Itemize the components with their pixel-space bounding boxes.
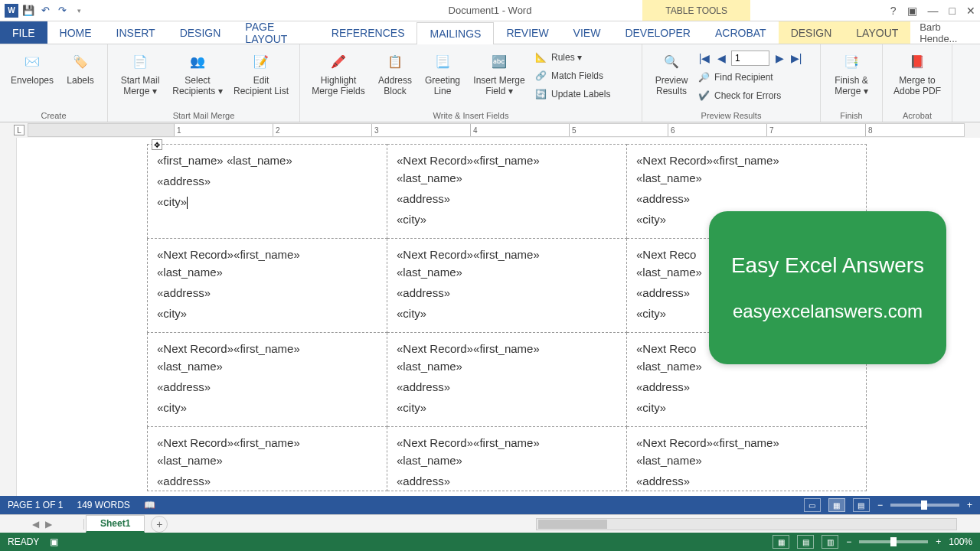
label-cell[interactable]: «Next Record»«first_name» «last_name» «a… xyxy=(148,239,387,333)
label-cell[interactable]: «Next Record»«first_name» «last_name» «a… xyxy=(387,333,627,427)
group-acrobat: 📕Merge to Adobe PDF Acrobat xyxy=(883,44,952,122)
read-mode-button[interactable]: ▭ xyxy=(804,498,821,512)
label-cell[interactable]: «Next Record»«first_name» «last_name» «a… xyxy=(387,427,627,491)
normal-view-button[interactable]: ▦ xyxy=(773,535,789,549)
page-break-view-button[interactable]: ▥ xyxy=(822,535,838,549)
edit-recipient-list-button[interactable]: 📝Edit Recipient List xyxy=(230,47,292,97)
label-cell[interactable]: «Next Record»«first_name» «last_name» «a… xyxy=(148,427,387,491)
group-label: Acrobat xyxy=(903,109,932,120)
merge-field: «address» xyxy=(157,473,377,489)
zoom-slider[interactable] xyxy=(859,540,928,543)
merge-field: «last_name» xyxy=(397,264,617,280)
tab-table-design[interactable]: DESIGN xyxy=(779,21,844,44)
tab-developer[interactable]: DEVELOPER xyxy=(612,21,703,44)
undo-icon[interactable]: ↶ xyxy=(38,4,52,18)
zoom-in-button[interactable]: + xyxy=(967,500,972,510)
vertical-ruler[interactable] xyxy=(0,138,17,496)
qat-customize-icon[interactable]: ▾ xyxy=(72,4,86,18)
save-icon[interactable]: 💾 xyxy=(21,4,35,18)
tab-home[interactable]: HOME xyxy=(47,21,104,44)
tab-acrobat[interactable]: ACROBAT xyxy=(703,21,779,44)
zoom-in-button[interactable]: + xyxy=(936,536,941,547)
greeting-line-button[interactable]: 📃Greeting Line xyxy=(421,47,464,97)
tab-mailings[interactable]: MAILINGS xyxy=(416,22,494,44)
merge-field: «city» xyxy=(397,399,617,416)
envelopes-button[interactable]: ✉️Envelopes xyxy=(8,47,57,86)
next-record-button[interactable]: ▶ xyxy=(773,51,786,65)
find-recipient-button[interactable]: 🔎Find Recipient xyxy=(697,69,812,86)
rules-button[interactable]: 📐Rules ▾ xyxy=(534,49,634,66)
address-block-button[interactable]: 📋Address Block xyxy=(374,47,416,97)
new-sheet-button[interactable]: + xyxy=(151,516,168,533)
merge-field: «Next Record»«first_name» xyxy=(397,152,617,168)
merge-field: «last_name» xyxy=(397,452,617,468)
insert-merge-field-button[interactable]: 🔤Insert Merge Field ▾ xyxy=(469,47,530,97)
tab-references[interactable]: REFERENCES xyxy=(319,21,417,44)
help-icon[interactable]: ? xyxy=(890,5,897,17)
contextual-tab-label: TABLE TOOLS xyxy=(642,0,750,21)
redo-icon[interactable]: ↷ xyxy=(55,4,69,18)
badge-title: Easy Excel Answers xyxy=(731,253,924,278)
tab-insert[interactable]: INSERT xyxy=(104,21,168,44)
sheet-tab[interactable]: Sheet1 xyxy=(86,515,145,533)
tab-review[interactable]: REVIEW xyxy=(494,21,560,44)
word-status-bar: PAGE 1 OF 1 149 WORDS 📖 ▭ ▦ ▤ − + xyxy=(0,496,980,514)
account-name[interactable]: Barb Hende... xyxy=(910,21,980,44)
close-icon[interactable]: ✕ xyxy=(966,5,975,17)
preview-results-button[interactable]: 🔍Preview Results xyxy=(650,47,693,97)
first-record-button[interactable]: |◀ xyxy=(697,51,711,65)
tab-table-layout[interactable]: LAYOUT xyxy=(844,21,910,44)
label-cell[interactable]: «Next Record»«first_name» «last_name» «a… xyxy=(387,239,627,333)
label-cell[interactable]: «Next Record»«first_name» «last_name» «a… xyxy=(387,145,627,239)
sheet-scroll-buttons[interactable]: ◀▶ xyxy=(0,519,84,530)
minimize-icon[interactable]: — xyxy=(928,5,939,17)
merge-field: «city» xyxy=(157,194,377,210)
macro-record-icon[interactable]: ▣ xyxy=(50,536,58,547)
horizontal-ruler[interactable]: 123 456 78 xyxy=(28,123,965,137)
label-cell[interactable]: «Next Record»«first_name» «last_name» «a… xyxy=(148,333,387,427)
start-mail-merge-button[interactable]: 📄Start Mail Merge ▾ xyxy=(116,47,165,97)
labels-icon: 🏷️ xyxy=(68,49,93,73)
web-layout-button[interactable]: ▤ xyxy=(853,498,870,512)
merge-to-pdf-button[interactable]: 📕Merge to Adobe PDF xyxy=(890,47,944,97)
quick-access-toolbar: W 💾 ↶ ↷ ▾ xyxy=(0,4,86,18)
update-labels-button[interactable]: 🔄Update Labels xyxy=(534,86,634,103)
tab-design[interactable]: DESIGN xyxy=(168,21,234,44)
tab-file[interactable]: FILE xyxy=(0,21,47,44)
address-icon: 📋 xyxy=(383,49,407,73)
excel-status-bar: READY ▣ ▦ ▤ ▥ − + 100% xyxy=(0,533,980,551)
tab-view[interactable]: VIEW xyxy=(561,21,613,44)
spellcheck-icon[interactable]: 📖 xyxy=(144,500,155,510)
record-number-input[interactable] xyxy=(731,51,769,66)
last-record-button[interactable]: ▶| xyxy=(789,51,803,65)
zoom-slider[interactable] xyxy=(890,504,959,507)
highlight-merge-fields-button[interactable]: 🖍️Highlight Merge Fields xyxy=(308,47,369,97)
print-layout-button[interactable]: ▦ xyxy=(828,498,845,512)
merge-field: «address» xyxy=(636,473,857,489)
match-fields-button[interactable]: 🔗Match Fields xyxy=(534,67,634,84)
maximize-icon[interactable]: □ xyxy=(949,5,956,17)
finish-merge-button[interactable]: 📑Finish & Merge ▾ xyxy=(828,47,874,97)
page-layout-view-button[interactable]: ▤ xyxy=(797,535,814,549)
table-move-handle[interactable]: ✥ xyxy=(152,139,162,150)
merge-field: «last_name» xyxy=(397,170,617,186)
tab-selector[interactable]: L xyxy=(14,125,24,135)
merge-field: «address» xyxy=(157,285,377,301)
page-indicator[interactable]: PAGE 1 OF 1 xyxy=(8,500,63,510)
merge-field: «address» xyxy=(636,191,857,207)
merge-field: «address» xyxy=(157,173,377,189)
check-errors-button[interactable]: ✔️Check for Errors xyxy=(697,87,812,104)
label-cell[interactable]: «Next Record»«first_name» «last_name» «a… xyxy=(627,427,867,491)
select-recipients-button[interactable]: 👥Select Recipients ▾ xyxy=(169,47,226,97)
zoom-out-button[interactable]: − xyxy=(877,500,883,510)
horizontal-scrollbar[interactable] xyxy=(536,518,957,530)
tab-page-layout[interactable]: PAGE LAYOUT xyxy=(233,21,318,44)
prev-record-button[interactable]: ◀ xyxy=(714,51,728,65)
zoom-level[interactable]: 100% xyxy=(949,536,972,547)
ribbon-options-icon[interactable]: ▣ xyxy=(907,5,917,17)
zoom-out-button[interactable]: − xyxy=(846,536,851,547)
word-count[interactable]: 149 WORDS xyxy=(77,500,129,510)
merge-field: «city» xyxy=(397,305,617,321)
labels-button[interactable]: 🏷️Labels xyxy=(61,47,100,86)
label-cell[interactable]: «first_name» «last_name» «address» «city… xyxy=(148,145,387,239)
